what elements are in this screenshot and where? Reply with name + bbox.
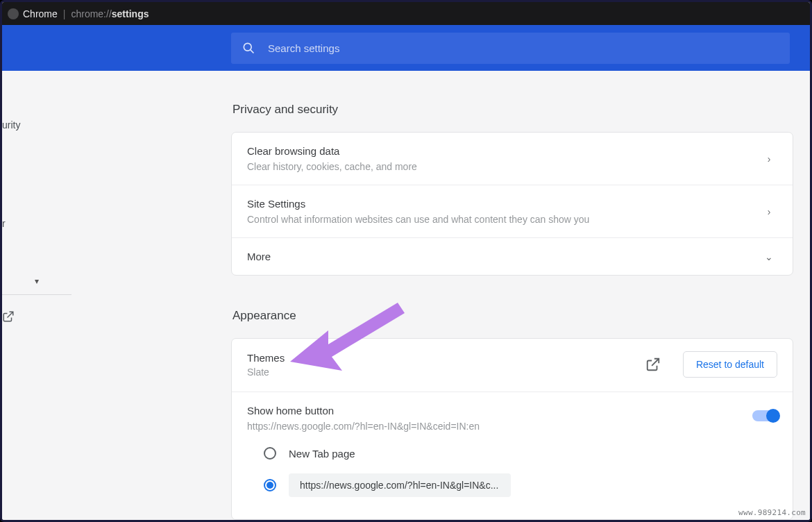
title-bar: Chrome | chrome://settings xyxy=(2,2,810,25)
appearance-card: Themes Slate Reset to default Show home … xyxy=(231,338,793,520)
url-path: settings xyxy=(112,8,149,19)
row-clear-browsing-data[interactable]: Clear browsing data Clear history, cooki… xyxy=(232,133,793,185)
section-appearance-title: Appearance xyxy=(232,309,793,323)
home-sub: https://news.google.com/?hl=en-IN&gl=IN&… xyxy=(247,421,752,432)
settings-main: Privacy and security Clear browsing data… xyxy=(231,71,793,520)
home-button-toggle[interactable] xyxy=(752,410,777,421)
clear-title: Clear browsing data xyxy=(247,145,761,157)
chevron-right-icon: › xyxy=(761,153,777,165)
open-external-icon[interactable] xyxy=(645,357,661,372)
radio-new-tab-page[interactable]: New Tab page xyxy=(247,440,777,466)
svg-line-3 xyxy=(652,359,659,366)
sidebar-item-security[interactable]: urity xyxy=(2,114,71,136)
search-input[interactable] xyxy=(268,42,779,54)
external-link-icon[interactable] xyxy=(2,310,15,323)
reset-to-default-button[interactable]: Reset to default xyxy=(683,351,777,378)
row-more[interactable]: More ⌄ xyxy=(232,237,793,275)
site-title: Site Settings xyxy=(247,198,761,210)
chevron-right-icon: › xyxy=(761,206,777,217)
clear-sub: Clear history, cookies, cache, and more xyxy=(247,161,761,172)
svg-line-2 xyxy=(8,312,13,317)
svg-line-1 xyxy=(251,50,254,53)
settings-header xyxy=(2,25,810,71)
watermark: www.989214.com xyxy=(738,508,806,517)
svg-point-0 xyxy=(244,43,251,51)
themes-sub: Slate xyxy=(247,367,645,378)
search-settings[interactable] xyxy=(231,33,790,64)
app-icon xyxy=(8,8,19,19)
custom-url-field[interactable]: https://news.google.com/?hl=en-IN&gl=IN&… xyxy=(289,473,511,497)
row-themes[interactable]: Themes Slate Reset to default xyxy=(232,339,793,392)
sidebar-item-r[interactable]: r xyxy=(2,212,71,235)
section-privacy-title: Privacy and security xyxy=(232,103,793,117)
sidebar-divider xyxy=(0,294,71,295)
url-address: chrome://settings xyxy=(71,8,149,19)
separator: | xyxy=(63,8,66,19)
row-show-home-button: Show home button https://news.google.com… xyxy=(232,392,793,437)
privacy-card: Clear browsing data Clear history, cooki… xyxy=(231,132,793,276)
themes-title: Themes xyxy=(247,352,645,364)
row-site-settings[interactable]: Site Settings Control what information w… xyxy=(232,185,793,237)
radio-unchecked-icon xyxy=(264,447,276,460)
radio-custom-url[interactable]: https://news.google.com/?hl=en-IN&gl=IN&… xyxy=(247,466,777,504)
home-button-options: New Tab page https://news.google.com/?hl… xyxy=(232,437,793,519)
new-tab-label: New Tab page xyxy=(289,448,355,460)
app-name: Chrome xyxy=(23,8,58,19)
chevron-down-icon: ⌄ xyxy=(761,251,777,262)
radio-checked-icon xyxy=(264,479,276,491)
sidebar: urity r ▾ xyxy=(2,71,71,520)
more-label: More xyxy=(247,251,761,262)
home-title: Show home button xyxy=(247,405,752,416)
search-icon xyxy=(242,41,255,55)
url-scheme: chrome:// xyxy=(71,8,111,19)
site-sub: Control what information websites can us… xyxy=(247,214,761,225)
sidebar-chevron-icon[interactable]: ▾ xyxy=(2,276,71,286)
